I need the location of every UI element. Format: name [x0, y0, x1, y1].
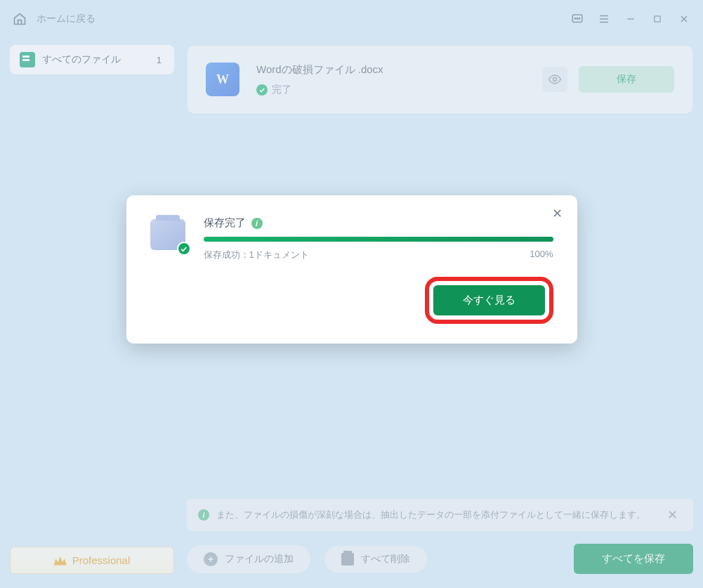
dialog-title: 保存完了: [204, 216, 246, 230]
dialog-close-button[interactable]: ✕: [549, 205, 566, 222]
dialog-subtitle: 保存成功：1ドキュメント: [204, 249, 309, 261]
view-now-button[interactable]: 今すぐ見る: [433, 285, 545, 315]
modal-overlay: ✕ 保存完了 i 保存成功：1ドキュメント 100%: [0, 0, 703, 588]
save-complete-dialog: ✕ 保存完了 i 保存成功：1ドキュメント 100%: [126, 195, 577, 344]
dialog-file-icon: [150, 216, 188, 254]
progress-bar: [204, 237, 553, 242]
check-icon: [177, 242, 191, 256]
highlight-ring: 今すぐ見る: [425, 277, 553, 324]
info-icon[interactable]: i: [251, 218, 263, 229]
dialog-percent: 100%: [530, 249, 553, 261]
